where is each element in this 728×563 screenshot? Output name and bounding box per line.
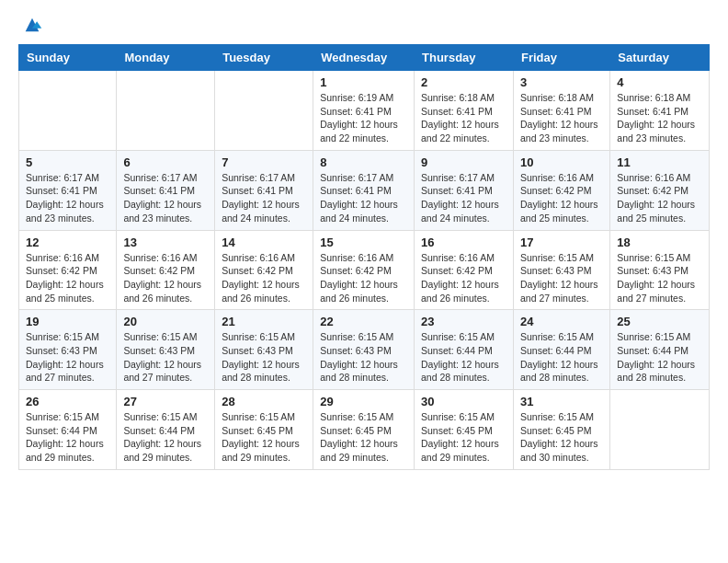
cell-info: Sunrise: 6:16 AMSunset: 6:42 PMDaylight:…	[123, 251, 208, 305]
cell-date: 13	[123, 236, 208, 249]
cell-date: 31	[520, 395, 603, 408]
calendar-cell: 12Sunrise: 6:16 AMSunset: 6:42 PMDayligh…	[19, 230, 117, 310]
cell-info: Sunrise: 6:15 AMSunset: 6:44 PMDaylight:…	[26, 410, 109, 465]
cell-info: Sunrise: 6:15 AMSunset: 6:43 PMDaylight:…	[617, 251, 702, 305]
calendar-cell: 15Sunrise: 6:16 AMSunset: 6:42 PMDayligh…	[313, 230, 415, 310]
cell-date: 23	[421, 315, 506, 328]
weekday-header: Wednesday	[313, 45, 415, 71]
cell-info: Sunrise: 6:17 AMSunset: 6:41 PMDaylight:…	[421, 171, 506, 225]
calendar-cell: 8Sunrise: 6:17 AMSunset: 6:41 PMDaylight…	[313, 150, 415, 230]
cell-date: 15	[320, 236, 407, 249]
weekday-header: Friday	[513, 45, 609, 71]
calendar-cell: 28Sunrise: 6:15 AMSunset: 6:45 PMDayligh…	[215, 390, 313, 470]
calendar-cell: 18Sunrise: 6:15 AMSunset: 6:43 PMDayligh…	[610, 230, 710, 310]
calendar-cell	[215, 71, 313, 151]
calendar-row: 26Sunrise: 6:15 AMSunset: 6:44 PMDayligh…	[19, 390, 710, 470]
calendar-cell: 20Sunrise: 6:15 AMSunset: 6:43 PMDayligh…	[117, 310, 215, 390]
calendar-cell: 24Sunrise: 6:15 AMSunset: 6:44 PMDayligh…	[513, 310, 609, 390]
cell-info: Sunrise: 6:15 AMSunset: 6:44 PMDaylight:…	[520, 330, 603, 385]
calendar-cell: 19Sunrise: 6:15 AMSunset: 6:43 PMDayligh…	[19, 310, 117, 390]
weekday-header: Monday	[117, 45, 215, 71]
cell-info: Sunrise: 6:15 AMSunset: 6:44 PMDaylight:…	[123, 410, 208, 465]
weekday-header: Saturday	[610, 45, 710, 71]
calendar-cell: 30Sunrise: 6:15 AMSunset: 6:45 PMDayligh…	[415, 390, 514, 470]
cell-date: 11	[617, 155, 702, 169]
cell-info: Sunrise: 6:18 AMSunset: 6:41 PMDaylight:…	[421, 91, 506, 145]
cell-info: Sunrise: 6:17 AMSunset: 6:41 PMDaylight:…	[123, 171, 208, 225]
cell-date: 28	[222, 395, 306, 408]
cell-date: 30	[421, 395, 506, 408]
calendar-cell: 10Sunrise: 6:16 AMSunset: 6:42 PMDayligh…	[513, 150, 609, 230]
calendar-table: SundayMondayTuesdayWednesdayThursdayFrid…	[18, 44, 710, 470]
cell-date: 5	[26, 155, 109, 169]
calendar-cell	[117, 71, 215, 151]
cell-info: Sunrise: 6:15 AMSunset: 6:43 PMDaylight:…	[123, 330, 208, 385]
weekday-header: Thursday	[415, 45, 514, 71]
cell-info: Sunrise: 6:19 AMSunset: 6:41 PMDaylight:…	[320, 91, 407, 145]
cell-info: Sunrise: 6:15 AMSunset: 6:45 PMDaylight:…	[421, 410, 506, 465]
cell-info: Sunrise: 6:16 AMSunset: 6:42 PMDaylight:…	[320, 251, 407, 305]
calendar-cell: 14Sunrise: 6:16 AMSunset: 6:42 PMDayligh…	[215, 230, 313, 310]
cell-date: 22	[320, 315, 407, 328]
calendar-cell: 5Sunrise: 6:17 AMSunset: 6:41 PMDaylight…	[19, 150, 117, 230]
cell-info: Sunrise: 6:15 AMSunset: 6:43 PMDaylight:…	[222, 330, 306, 385]
calendar-cell: 13Sunrise: 6:16 AMSunset: 6:42 PMDayligh…	[117, 230, 215, 310]
cell-info: Sunrise: 6:15 AMSunset: 6:44 PMDaylight:…	[617, 330, 702, 385]
calendar-cell: 9Sunrise: 6:17 AMSunset: 6:41 PMDaylight…	[415, 150, 514, 230]
cell-info: Sunrise: 6:15 AMSunset: 6:45 PMDaylight:…	[222, 410, 306, 465]
cell-date: 19	[26, 315, 109, 328]
cell-date: 8	[320, 155, 407, 169]
cell-date: 16	[421, 236, 506, 249]
cell-info: Sunrise: 6:18 AMSunset: 6:41 PMDaylight:…	[617, 91, 702, 145]
calendar-cell: 26Sunrise: 6:15 AMSunset: 6:44 PMDayligh…	[19, 390, 117, 470]
cell-info: Sunrise: 6:18 AMSunset: 6:41 PMDaylight:…	[520, 91, 603, 145]
cell-info: Sunrise: 6:17 AMSunset: 6:41 PMDaylight:…	[320, 171, 407, 225]
cell-date: 27	[123, 395, 208, 408]
cell-date: 10	[520, 155, 603, 169]
cell-info: Sunrise: 6:15 AMSunset: 6:43 PMDaylight:…	[26, 330, 109, 385]
cell-date: 26	[26, 395, 109, 408]
calendar-cell	[610, 390, 710, 470]
calendar-cell: 16Sunrise: 6:16 AMSunset: 6:42 PMDayligh…	[415, 230, 514, 310]
calendar-cell: 6Sunrise: 6:17 AMSunset: 6:41 PMDaylight…	[117, 150, 215, 230]
cell-date: 24	[520, 315, 603, 328]
cell-info: Sunrise: 6:17 AMSunset: 6:41 PMDaylight:…	[26, 171, 109, 225]
calendar-cell: 27Sunrise: 6:15 AMSunset: 6:44 PMDayligh…	[117, 390, 215, 470]
cell-date: 25	[617, 315, 702, 328]
cell-info: Sunrise: 6:15 AMSunset: 6:43 PMDaylight:…	[520, 251, 603, 305]
calendar-row: 1Sunrise: 6:19 AMSunset: 6:41 PMDaylight…	[19, 71, 710, 151]
cell-info: Sunrise: 6:17 AMSunset: 6:41 PMDaylight:…	[222, 171, 306, 225]
logo-icon	[22, 15, 42, 35]
cell-date: 21	[222, 315, 306, 328]
cell-info: Sunrise: 6:16 AMSunset: 6:42 PMDaylight:…	[421, 251, 506, 305]
calendar-cell: 7Sunrise: 6:17 AMSunset: 6:41 PMDaylight…	[215, 150, 313, 230]
logo	[18, 15, 42, 35]
cell-date: 18	[617, 236, 702, 249]
calendar-cell: 23Sunrise: 6:15 AMSunset: 6:44 PMDayligh…	[415, 310, 514, 390]
calendar-cell: 4Sunrise: 6:18 AMSunset: 6:41 PMDaylight…	[610, 71, 710, 151]
calendar-cell: 17Sunrise: 6:15 AMSunset: 6:43 PMDayligh…	[513, 230, 609, 310]
cell-date: 9	[421, 155, 506, 169]
calendar-cell: 11Sunrise: 6:16 AMSunset: 6:42 PMDayligh…	[610, 150, 710, 230]
cell-date: 6	[123, 155, 208, 169]
calendar-cell: 21Sunrise: 6:15 AMSunset: 6:43 PMDayligh…	[215, 310, 313, 390]
page: SundayMondayTuesdayWednesdayThursdayFrid…	[0, 0, 728, 563]
cell-date: 12	[26, 236, 109, 249]
cell-date: 14	[222, 236, 306, 249]
calendar-cell	[19, 71, 117, 151]
cell-info: Sunrise: 6:16 AMSunset: 6:42 PMDaylight:…	[617, 171, 702, 225]
cell-info: Sunrise: 6:15 AMSunset: 6:45 PMDaylight:…	[320, 410, 407, 465]
calendar-cell: 29Sunrise: 6:15 AMSunset: 6:45 PMDayligh…	[313, 390, 415, 470]
cell-info: Sunrise: 6:15 AMSunset: 6:43 PMDaylight:…	[320, 330, 407, 385]
cell-info: Sunrise: 6:16 AMSunset: 6:42 PMDaylight:…	[222, 251, 306, 305]
calendar-cell: 31Sunrise: 6:15 AMSunset: 6:45 PMDayligh…	[513, 390, 609, 470]
weekday-header: Sunday	[19, 45, 117, 71]
calendar-row: 5Sunrise: 6:17 AMSunset: 6:41 PMDaylight…	[19, 150, 710, 230]
cell-date: 29	[320, 395, 407, 408]
calendar-cell: 22Sunrise: 6:15 AMSunset: 6:43 PMDayligh…	[313, 310, 415, 390]
calendar-row: 12Sunrise: 6:16 AMSunset: 6:42 PMDayligh…	[19, 230, 710, 310]
cell-date: 1	[320, 75, 407, 89]
cell-date: 7	[222, 155, 306, 169]
cell-date: 20	[123, 315, 208, 328]
calendar-cell: 3Sunrise: 6:18 AMSunset: 6:41 PMDaylight…	[513, 71, 609, 151]
